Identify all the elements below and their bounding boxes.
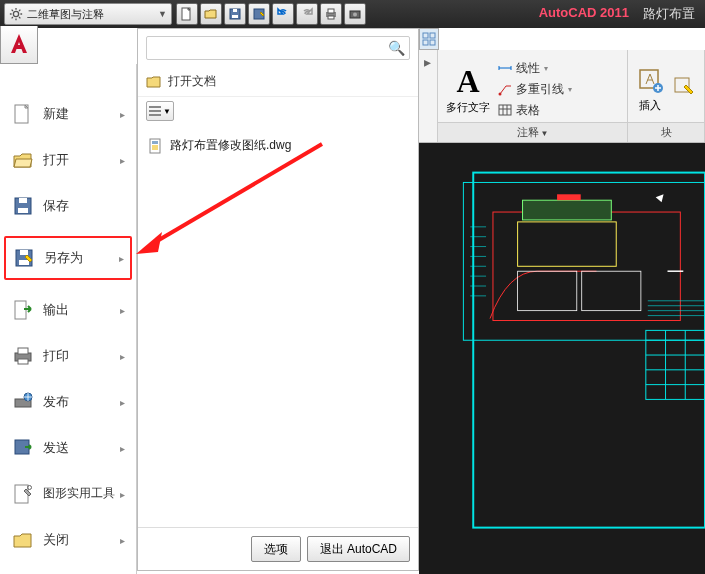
- svg-rect-38: [423, 33, 428, 38]
- menu-label: 打印: [43, 347, 69, 365]
- mtext-button[interactable]: A 多行文字: [446, 63, 490, 115]
- qat-new-button[interactable]: [176, 3, 198, 25]
- options-button[interactable]: 选项: [251, 536, 301, 562]
- menu-item-export[interactable]: 输出 ▸: [4, 294, 132, 326]
- dimension-icon: [498, 61, 512, 75]
- text-a-icon: A: [446, 63, 490, 100]
- svg-rect-26: [18, 359, 28, 364]
- svg-rect-21: [19, 260, 29, 265]
- ribbon-group-label-block[interactable]: 块: [628, 122, 704, 142]
- menu-item-save[interactable]: 保存: [4, 190, 132, 222]
- svg-point-0: [13, 11, 18, 16]
- menu-label: 打开: [43, 151, 69, 169]
- undo-icon: [276, 7, 290, 21]
- menu-item-publish[interactable]: 发布 ▸: [4, 386, 132, 418]
- svg-rect-40: [423, 40, 428, 45]
- exit-autocad-button[interactable]: 退出 AutoCAD: [307, 536, 410, 562]
- send-icon: [11, 436, 35, 460]
- insert-label: 插入: [636, 98, 664, 113]
- ribbon-panel-arrow[interactable]: ▸: [419, 50, 438, 142]
- chevron-right-icon: ▸: [120, 351, 125, 362]
- chevron-down-icon: ▾: [568, 85, 572, 94]
- chevron-right-icon: ▸: [424, 54, 431, 70]
- menu-label: 保存: [43, 197, 69, 215]
- app-menu-button[interactable]: [0, 26, 38, 64]
- table-button[interactable]: 表格: [498, 102, 572, 119]
- chevron-down-icon: ▾: [544, 64, 548, 73]
- dwg-file-icon: [148, 138, 164, 154]
- workspace-dropdown[interactable]: 二维草图与注释 ▼: [4, 3, 172, 25]
- menu-item-new[interactable]: 新建 ▸: [4, 98, 132, 130]
- linetype-button[interactable]: 线性 ▾: [498, 60, 572, 77]
- drawing-canvas[interactable]: [419, 143, 705, 574]
- chevron-right-icon: ▸: [119, 253, 124, 264]
- svg-rect-8: [328, 16, 334, 19]
- menu-label: 另存为: [44, 249, 83, 267]
- svg-rect-19: [19, 198, 27, 203]
- svg-rect-47: [473, 173, 705, 528]
- qat-open-button[interactable]: [200, 3, 222, 25]
- svg-point-42: [498, 93, 501, 96]
- recent-documents-panel: 🔍 打开文档 ▼ 路灯布置修改图纸.dwg 选项 退出 AutoCAD: [137, 28, 419, 571]
- recent-files-list: 路灯布置修改图纸.dwg: [138, 125, 418, 527]
- qat-redo-button[interactable]: [296, 3, 318, 25]
- quick-access-toolbar: 二维草图与注释 ▼ AutoCAD 2011 路灯布置: [0, 0, 705, 28]
- ribbon-tab-corner[interactable]: [419, 28, 439, 50]
- chevron-down-icon: ▼: [163, 107, 171, 116]
- search-field[interactable]: [151, 41, 388, 55]
- menu-label: 新建: [43, 105, 69, 123]
- chevron-right-icon: ▸: [120, 443, 125, 454]
- file-name: 路灯布置修改图纸.dwg: [170, 137, 291, 154]
- menu-item-open[interactable]: 打开 ▸: [4, 144, 132, 176]
- view-mode-dropdown[interactable]: ▼: [146, 101, 174, 121]
- svg-rect-32: [149, 106, 161, 108]
- publish-icon: [11, 390, 35, 414]
- menu-item-drawing-utilities[interactable]: 图形实用工具 ▸: [4, 478, 132, 510]
- menu-label: 输出: [43, 301, 69, 319]
- recent-docs-label: 打开文档: [168, 73, 216, 90]
- menu-item-saveas[interactable]: 另存为 ▸: [4, 236, 132, 280]
- svg-rect-7: [328, 9, 334, 13]
- search-icon: 🔍: [388, 40, 405, 56]
- qat-plot-button[interactable]: [320, 3, 342, 25]
- qat-saveas-button[interactable]: [248, 3, 270, 25]
- chevron-right-icon: ▸: [120, 397, 125, 408]
- qat-more-button[interactable]: [344, 3, 366, 25]
- svg-rect-50: [523, 200, 612, 220]
- camera-icon: [348, 7, 362, 21]
- qat-undo-button[interactable]: [272, 3, 294, 25]
- edit-block-button[interactable]: [672, 75, 696, 103]
- svg-rect-34: [149, 114, 161, 116]
- svg-rect-53: [582, 271, 641, 310]
- ribbon-group-label-annotation[interactable]: 注释▼: [438, 122, 627, 142]
- chevron-right-icon: ▸: [120, 489, 125, 500]
- menu-item-send[interactable]: 发送 ▸: [4, 432, 132, 464]
- application-menu: 新建 ▸ 打开 ▸ 保存 另存为 ▸ 输出 ▸ 打印 ▸ 发布 ▸ 发送 ▸ 图…: [0, 64, 137, 574]
- menu-search-input[interactable]: 🔍: [146, 36, 410, 60]
- saveas-icon: [252, 7, 266, 21]
- insert-block-icon: [636, 66, 664, 94]
- qat-save-button[interactable]: [224, 3, 246, 25]
- svg-point-10: [353, 13, 357, 17]
- recent-file-item[interactable]: 路灯布置修改图纸.dwg: [146, 133, 410, 158]
- export-icon: [11, 298, 35, 322]
- gear-icon: [9, 7, 23, 21]
- insert-block-button[interactable]: 插入: [636, 66, 664, 113]
- menu-item-print[interactable]: 打印 ▸: [4, 340, 132, 372]
- menu-label: 图形实用工具: [43, 487, 115, 500]
- saveas-icon: [12, 246, 36, 270]
- print-icon: [11, 344, 35, 368]
- menu-item-close[interactable]: 关闭 ▸: [4, 524, 132, 556]
- save-disk-icon: [228, 7, 242, 21]
- linetype-label: 线性: [516, 60, 540, 77]
- save-icon: [11, 194, 35, 218]
- open-folder-icon: [204, 7, 218, 21]
- chevron-right-icon: ▸: [120, 535, 125, 546]
- grid-icon: [422, 32, 436, 46]
- svg-rect-41: [430, 40, 435, 45]
- svg-rect-74: [557, 194, 581, 200]
- svg-rect-18: [18, 208, 28, 213]
- redo-icon: [300, 7, 314, 21]
- tools-icon: [11, 482, 35, 506]
- multileader-button[interactable]: 多重引线 ▾: [498, 81, 572, 98]
